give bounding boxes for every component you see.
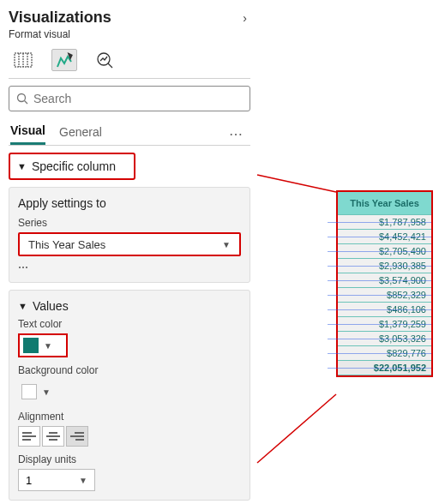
align-left-button[interactable] bbox=[18, 426, 40, 447]
table-row: $852,329 bbox=[338, 288, 431, 303]
tabs-more-icon[interactable]: ⋯ bbox=[229, 126, 244, 142]
table-row: $4,452,421 bbox=[338, 230, 431, 244]
values-card: ▼ Values Text color ▼ Background color ▼… bbox=[9, 290, 250, 501]
search-field[interactable] bbox=[33, 92, 243, 105]
table-row: $3,053,326 bbox=[338, 332, 431, 346]
svg-line-5 bbox=[108, 63, 112, 68]
series-label: Series bbox=[18, 217, 241, 229]
search-input[interactable] bbox=[9, 86, 250, 111]
chevron-down-icon: ▼ bbox=[44, 341, 52, 351]
text-color-label: Text color bbox=[18, 318, 241, 330]
text-color-swatch bbox=[23, 338, 39, 353]
background-color-picker[interactable]: ▼ bbox=[18, 380, 68, 404]
chevron-down-icon: ▼ bbox=[42, 387, 51, 397]
chevron-down-icon: ▼ bbox=[17, 161, 27, 171]
chevron-down-icon: ▼ bbox=[18, 301, 27, 311]
table-row: $829,776 bbox=[338, 346, 431, 361]
alignment-label: Alignment bbox=[18, 411, 241, 423]
series-dropdown[interactable]: This Year Sales ▼ bbox=[18, 232, 241, 256]
svg-line-8 bbox=[257, 175, 336, 192]
table-preview: This Year Sales $1,787,958$4,452,421$2,7… bbox=[336, 190, 433, 377]
tab-visual[interactable]: Visual bbox=[10, 123, 45, 145]
format-visual-icon[interactable] bbox=[51, 49, 77, 71]
divider bbox=[9, 145, 250, 146]
svg-line-7 bbox=[25, 101, 28, 105]
section-values[interactable]: ▼ Values bbox=[18, 299, 241, 313]
collapse-panel-icon[interactable]: › bbox=[243, 11, 247, 25]
text-color-picker[interactable]: ▼ bbox=[18, 333, 68, 357]
table-row: $3,574,900 bbox=[338, 273, 431, 288]
analytics-icon[interactable] bbox=[93, 49, 118, 71]
panel-subtitle: Format visual bbox=[5, 28, 254, 45]
search-icon bbox=[16, 93, 28, 105]
svg-line-9 bbox=[257, 394, 336, 463]
svg-point-6 bbox=[18, 94, 26, 102]
align-right-button[interactable] bbox=[66, 426, 88, 447]
background-color-swatch bbox=[21, 384, 37, 399]
values-label: Values bbox=[33, 299, 69, 313]
table-total: $22,051,952 bbox=[338, 361, 431, 375]
apply-settings-card: Apply settings to Series This Year Sales… bbox=[9, 187, 250, 283]
background-color-label: Background color bbox=[18, 364, 241, 376]
table-row: $486,106 bbox=[338, 303, 431, 317]
chevron-down-icon: ▼ bbox=[222, 240, 231, 249]
table-row: $2,930,385 bbox=[338, 259, 431, 273]
align-center-button[interactable] bbox=[42, 426, 64, 447]
table-row: $1,379,259 bbox=[338, 317, 431, 332]
tab-general[interactable]: General bbox=[59, 125, 102, 144]
divider bbox=[9, 78, 250, 79]
section-specific-column[interactable]: ▼ Specific column bbox=[9, 153, 135, 180]
display-units-dropdown[interactable]: 1 ▼ bbox=[18, 469, 95, 491]
table-row: $2,705,490 bbox=[338, 244, 431, 259]
apply-settings-title: Apply settings to bbox=[18, 196, 241, 210]
series-value: This Year Sales bbox=[28, 238, 105, 251]
display-units-label: Display units bbox=[18, 453, 241, 465]
build-visual-icon[interactable] bbox=[10, 49, 36, 71]
series-more-icon[interactable]: ⋯ bbox=[18, 261, 241, 273]
panel-title: Visualizations bbox=[9, 9, 111, 27]
table-header: This Year Sales bbox=[338, 192, 431, 215]
display-units-value: 1 bbox=[26, 474, 32, 487]
table-row: $1,787,958 bbox=[338, 215, 431, 230]
specific-column-label: Specific column bbox=[32, 159, 116, 173]
chevron-down-icon: ▼ bbox=[79, 476, 87, 485]
